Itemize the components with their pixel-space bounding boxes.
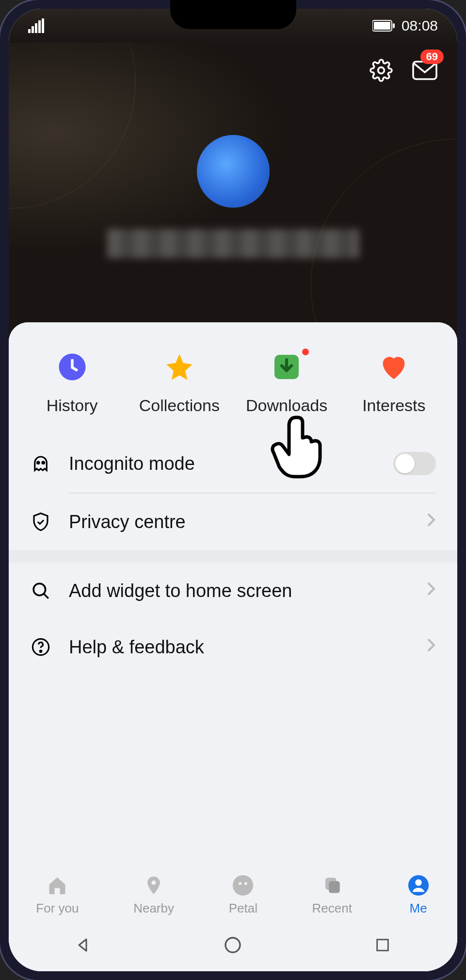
svg-rect-7	[393, 23, 395, 28]
gear-icon	[370, 59, 393, 82]
help-label: Help & feedback	[69, 637, 409, 658]
heart-icon	[378, 351, 409, 382]
settings-button[interactable]	[368, 57, 394, 83]
chevron-right-icon	[426, 581, 436, 601]
status-signal	[28, 18, 45, 33]
svg-point-14	[33, 583, 46, 596]
main-panel: History Collections	[9, 322, 457, 971]
ghost-icon	[30, 453, 51, 474]
chevron-right-icon	[426, 512, 436, 532]
face-icon	[231, 874, 255, 897]
username-redacted	[107, 229, 359, 258]
status-time: 08:08	[402, 17, 438, 34]
quick-history[interactable]: History	[29, 351, 116, 415]
star-icon	[164, 351, 195, 382]
notification-dot	[302, 349, 309, 355]
section-gap	[9, 550, 457, 563]
download-icon	[271, 351, 302, 382]
toggle-knob	[395, 454, 415, 473]
privacy-row[interactable]: Privacy centre	[9, 494, 457, 550]
back-button[interactable]	[72, 933, 95, 957]
notch	[170, 0, 296, 29]
home-button[interactable]	[221, 933, 244, 957]
nav-recent-label: Recent	[312, 901, 352, 916]
svg-rect-4	[42, 18, 44, 33]
quick-actions: History Collections	[9, 322, 457, 434]
incognito-label: Incognito mode	[69, 453, 376, 474]
person-icon	[407, 874, 430, 897]
nav-nearby-label: Nearby	[133, 901, 174, 916]
quick-downloads[interactable]: Downloads	[243, 351, 330, 415]
svg-rect-6	[374, 22, 390, 30]
shield-icon	[30, 511, 51, 532]
nav-petal[interactable]: Petal	[229, 874, 257, 916]
quick-interests[interactable]: Interests	[350, 351, 437, 415]
svg-point-13	[42, 462, 45, 464]
search-icon	[30, 580, 51, 601]
nav-for-you-label: For you	[36, 901, 79, 916]
bottom-nav: For you Nearby Petal	[9, 862, 457, 921]
avatar[interactable]	[197, 135, 270, 208]
profile-header: 69	[9, 43, 457, 344]
screen: 08:08 69	[9, 9, 457, 971]
widget-row[interactable]: Add widget to home screen	[9, 563, 457, 619]
nav-me-label: Me	[410, 901, 427, 916]
svg-rect-1	[32, 26, 34, 33]
svg-point-17	[233, 875, 253, 896]
phone-frame: 08:08 69	[0, 0, 466, 980]
svg-rect-25	[377, 940, 388, 951]
svg-rect-3	[38, 20, 41, 33]
svg-rect-2	[35, 23, 37, 33]
battery-icon	[372, 19, 396, 32]
nav-me[interactable]: Me	[407, 874, 430, 916]
nav-recent[interactable]: Recent	[312, 874, 352, 916]
quick-downloads-label: Downloads	[246, 396, 327, 415]
svg-rect-0	[28, 29, 31, 33]
privacy-label: Privacy centre	[69, 512, 409, 532]
nav-petal-label: Petal	[229, 901, 257, 916]
svg-rect-9	[413, 62, 436, 79]
svg-point-23	[415, 880, 421, 886]
svg-rect-21	[329, 881, 340, 893]
quick-collections-label: Collections	[139, 396, 220, 415]
svg-point-18	[239, 882, 242, 885]
nav-nearby[interactable]: Nearby	[133, 874, 174, 916]
recent-apps-button[interactable]	[371, 933, 394, 957]
clock-icon	[57, 351, 88, 382]
settings-list: Incognito mode Privacy c	[9, 434, 457, 675]
pin-icon	[142, 874, 165, 897]
stack-icon	[321, 874, 344, 897]
svg-point-8	[378, 67, 385, 74]
svg-point-24	[225, 938, 240, 952]
svg-point-19	[244, 882, 247, 885]
system-nav	[9, 921, 457, 971]
home-icon	[46, 874, 69, 897]
svg-point-12	[37, 462, 39, 464]
incognito-toggle[interactable]	[393, 452, 436, 475]
help-row[interactable]: Help & feedback	[9, 619, 457, 675]
svg-point-16	[40, 650, 42, 652]
nav-for-you[interactable]: For you	[36, 874, 79, 916]
inbox-badge: 69	[420, 50, 444, 64]
quick-interests-label: Interests	[362, 396, 425, 415]
incognito-row[interactable]: Incognito mode	[9, 434, 457, 493]
help-icon	[30, 636, 51, 658]
signal-icon	[28, 18, 45, 33]
chevron-right-icon	[426, 637, 436, 657]
inbox-button[interactable]: 69	[412, 57, 438, 83]
quick-collections[interactable]: Collections	[136, 351, 223, 415]
quick-history-label: History	[47, 396, 98, 415]
widget-label: Add widget to home screen	[69, 581, 409, 601]
